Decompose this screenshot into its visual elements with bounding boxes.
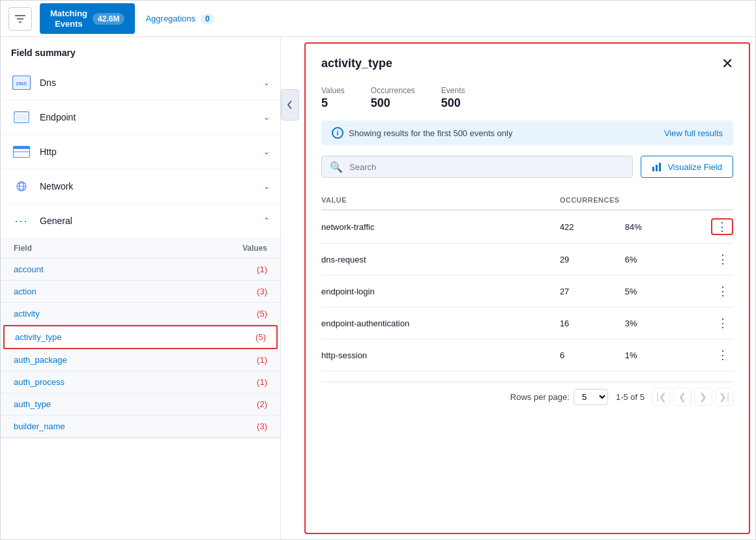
general-section: ∙∙∙ General ⌃ Field Values account (1) a… [1, 204, 280, 438]
row-menu-button[interactable]: ⋮ [711, 218, 733, 235]
sidebar-item-dns[interactable]: DNS Dns ⌄ [1, 66, 280, 100]
info-icon: i [332, 127, 343, 139]
page-info: 1-5 of 5 [616, 392, 645, 402]
general-header[interactable]: ∙∙∙ General ⌃ [1, 204, 280, 238]
field-name: builder_name [14, 421, 65, 431]
pagination-row: Rows per page: 5 10 25 1-5 of 5 |❮ ❮ ❯ ❯… [321, 382, 733, 406]
prev-page-button[interactable]: ❮ [673, 388, 691, 406]
http-icon [11, 141, 32, 162]
table-row: dns-request 29 6% ⋮ [321, 244, 733, 276]
row-percent-cell: 5% [625, 276, 690, 307]
row-action-cell: ⋮ [690, 276, 733, 307]
field-value: (5) [255, 332, 266, 342]
content-area: Field summary DNS Dns ⌄ [1, 37, 755, 539]
table-row: endpoint-authentication 16 3% ⋮ [321, 307, 733, 339]
table-row: http-session 6 1% ⋮ [321, 339, 733, 371]
row-menu-button[interactable]: ⋮ [712, 283, 733, 299]
row-occurrences-cell: 16 [560, 307, 625, 339]
tab-matching-events[interactable]: Matching Events 42.6M [40, 3, 135, 34]
first-page-button[interactable]: |❮ [652, 388, 671, 406]
sidebar-item-http[interactable]: Http ⌄ [1, 135, 280, 169]
collapse-button[interactable] [281, 89, 299, 121]
left-sidebar: Field summary DNS Dns ⌄ [1, 37, 281, 539]
right-panel: activity_type ✕ Values 5 Occurrences 500… [304, 42, 750, 534]
field-name: auth_type [14, 399, 51, 409]
http-chevron-icon: ⌄ [263, 147, 270, 156]
results-table: VALUE OCCURRENCES network-traffic 422 84… [321, 191, 733, 371]
top-bar: Matching Events 42.6M Aggregations 0 [1, 1, 755, 37]
field-row-activity[interactable]: activity (5) [1, 303, 280, 325]
row-occurrences-cell: 27 [560, 276, 625, 307]
visualize-btn-label: Visualize Field [667, 162, 722, 172]
occurrences-count: 500 [371, 96, 415, 110]
info-text: Showing results for the first 500 events… [349, 128, 512, 138]
stat-values: Values 5 [321, 86, 345, 110]
search-input[interactable] [347, 157, 624, 177]
row-value-cell: dns-request [321, 244, 560, 276]
row-menu-button[interactable]: ⋮ [712, 251, 733, 267]
bar-chart-icon [652, 162, 662, 172]
row-occurrences-cell: 422 [560, 210, 625, 244]
close-panel-button[interactable]: ✕ [721, 57, 733, 71]
col-occurrences-header: OCCURRENCES [560, 191, 690, 210]
row-menu-button[interactable]: ⋮ [712, 315, 733, 331]
sidebar-item-endpoint[interactable]: Endpoint ⌄ [1, 100, 280, 135]
http-label: Http [40, 147, 263, 157]
tab-aggregations-label: Aggregations [145, 14, 196, 23]
row-value-cell: http-session [321, 339, 560, 371]
endpoint-icon [11, 107, 32, 128]
row-value-cell: endpoint-login [321, 276, 560, 307]
row-action-cell: ⋮ [690, 339, 733, 371]
panel-title: activity_type [321, 57, 392, 70]
occurrences-label: Occurrences [371, 86, 415, 95]
endpoint-label: Endpoint [40, 112, 263, 122]
next-page-button[interactable]: ❯ [694, 388, 712, 406]
field-value: (1) [257, 355, 267, 365]
visualize-field-button[interactable]: Visualize Field [641, 156, 733, 178]
row-percent-cell: 3% [625, 307, 690, 339]
field-name: action [14, 287, 36, 296]
field-row-account[interactable]: account (1) [1, 259, 280, 281]
dns-chevron-icon: ⌄ [263, 78, 270, 87]
rows-per-page-label: Rows per page: [510, 392, 570, 402]
events-label: Events [441, 86, 465, 95]
values-col-header: Values [242, 244, 267, 253]
values-count: 5 [321, 96, 345, 110]
field-row-auth_package[interactable]: auth_package (1) [1, 349, 280, 371]
search-input-wrap: 🔍 [321, 156, 633, 178]
row-percent-cell: 84% [625, 210, 690, 244]
sidebar-item-network[interactable]: Network ⌄ [1, 169, 280, 204]
field-row-action[interactable]: action (3) [1, 281, 280, 303]
tab-aggregations[interactable]: Aggregations 0 [135, 8, 224, 29]
col-action-header [690, 191, 733, 210]
stat-occurrences: Occurrences 500 [371, 86, 415, 110]
svg-rect-8 [13, 147, 29, 149]
page-nav: |❮ ❮ ❯ ❯| [652, 388, 733, 406]
general-label: General [40, 216, 263, 226]
last-page-button[interactable]: ❯| [715, 388, 733, 406]
fields-table-header: Field Values [1, 238, 280, 259]
field-value: (3) [257, 421, 267, 431]
matching-count-badge: 42.6M [93, 13, 124, 25]
field-row-activity_type[interactable]: activity_type (5) [3, 325, 278, 349]
field-summary-title: Field summary [1, 48, 280, 66]
field-value: (2) [257, 399, 267, 409]
view-full-results-link[interactable]: View full results [664, 128, 723, 138]
events-count: 500 [441, 96, 465, 110]
field-row-auth_type[interactable]: auth_type (2) [1, 393, 280, 416]
dns-label: Dns [40, 78, 263, 88]
field-row-auth_process[interactable]: auth_process (1) [1, 371, 280, 393]
svg-rect-18 [656, 165, 658, 171]
general-icon: ∙∙∙ [11, 210, 32, 231]
row-occurrences-cell: 29 [560, 244, 625, 276]
network-chevron-icon: ⌄ [263, 182, 270, 191]
field-name: activity [14, 309, 40, 319]
per-page-select[interactable]: 5 10 25 [574, 389, 608, 405]
panel-stats: Values 5 Occurrences 500 Events 500 [321, 86, 733, 110]
field-row-builder_name[interactable]: builder_name (3) [1, 416, 280, 438]
row-value-cell: endpoint-authentication [321, 307, 560, 339]
row-action-cell: ⋮ [690, 210, 733, 244]
row-menu-button[interactable]: ⋮ [712, 347, 733, 363]
search-icon: 🔍 [330, 161, 343, 173]
filter-button[interactable] [8, 7, 32, 31]
